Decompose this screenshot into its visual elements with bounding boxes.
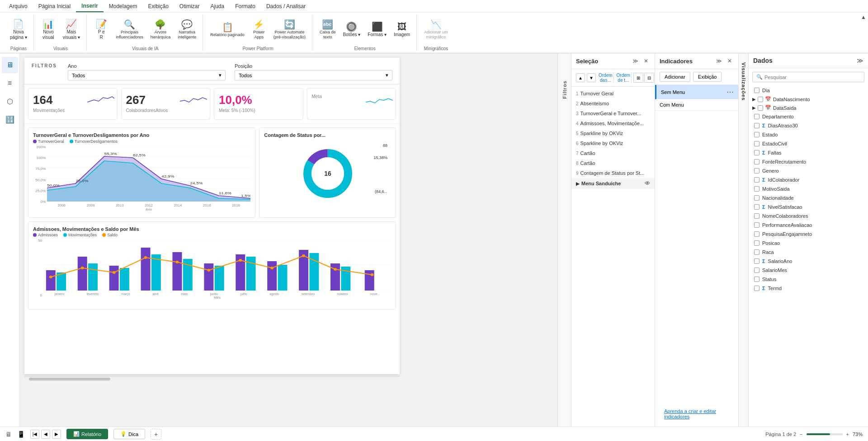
selection-item-9[interactable]: 9 Contagem de Status por St... <box>571 168 655 178</box>
dados-checkbox-dia[interactable] <box>754 88 760 93</box>
dados-item-nomecolaboradores[interactable]: NomeColaboradores <box>749 211 868 220</box>
indicadores-adicionar-btn[interactable]: Adicionar <box>660 72 690 82</box>
indicadores-learn-link[interactable]: Aprenda a criar e editar indicadores <box>660 405 734 423</box>
ribbon-btn-mais-visuais[interactable]: 📈 Maisvisuais ▾ <box>60 18 83 42</box>
dados-checkbox-raca[interactable] <box>754 249 760 255</box>
dados-checkbox-salariomes[interactable] <box>754 267 760 273</box>
dados-item-estado[interactable]: Estado <box>749 130 868 139</box>
status-monitor-icon[interactable]: 🖥 <box>5 431 12 438</box>
zoom-slider-track[interactable] <box>807 433 843 435</box>
selection-item-1[interactable]: 1 Turnover Geral <box>571 89 655 99</box>
dados-item-raca[interactable]: Raca <box>749 248 868 257</box>
dados-item-nacionalidade[interactable]: Nacionalidade <box>749 193 868 202</box>
dados-checkbox-estado[interactable] <box>754 132 760 137</box>
dados-item-faltas[interactable]: Σ Faltas <box>749 148 868 157</box>
menu-arquivo[interactable]: Arquivo <box>4 0 33 12</box>
dados-checkbox-nacionalidade[interactable] <box>754 195 760 201</box>
left-icon-model[interactable]: ⬡ <box>2 93 18 109</box>
menu-dados-analisar[interactable]: Dados / Analisar <box>261 0 311 12</box>
zoom-minus-btn[interactable]: − <box>800 432 802 437</box>
zoom-plus-btn[interactable]: + <box>846 432 849 437</box>
dados-checkbox-datasaida[interactable] <box>758 105 763 111</box>
dados-expand-btn[interactable]: ≫ <box>857 57 863 64</box>
dados-checkbox-nivelsatisfacao[interactable] <box>754 204 760 210</box>
dados-checkbox-nomecolaboradores[interactable] <box>754 213 760 219</box>
indicadores-item-sem-menu[interactable]: Sem Menu ⋯ <box>655 85 738 99</box>
filtros-side-label[interactable]: Filtros <box>562 80 567 99</box>
dados-search-box[interactable]: 🔍 <box>752 72 864 82</box>
left-icon-data[interactable]: ≡ <box>2 75 18 91</box>
dados-item-status[interactable]: Status <box>749 275 868 284</box>
selection-item-7[interactable]: 7 Cartão <box>571 148 655 158</box>
order-down-btn[interactable]: ▼ <box>587 73 596 82</box>
dados-item-salariomes[interactable]: SalarioMes <box>749 266 868 275</box>
order-das-tab[interactable]: Ordem das... <box>598 72 614 84</box>
menu-pagina-inicial[interactable]: Página Inicial <box>33 0 76 12</box>
dados-checkbox-fonterecrutamento[interactable] <box>754 159 760 164</box>
left-icon-dax[interactable]: 🔢 <box>2 111 18 127</box>
order-det-tab[interactable]: Ordem de t... <box>616 72 632 84</box>
dados-item-estadocivil[interactable]: EstadoCivil <box>749 139 868 148</box>
dados-item-idcolaborador[interactable]: Σ IdColaborador <box>749 175 868 184</box>
menu-otimizar[interactable]: Otimizar <box>174 0 205 12</box>
dados-checkbox-idcolaborador[interactable] <box>754 177 760 183</box>
selection-item-6[interactable]: 6 Sparkline by OKViz <box>571 138 655 148</box>
page-next-btn[interactable]: ▶ <box>52 430 61 439</box>
page-tab-relatorio[interactable]: 📊 Relatório <box>66 429 108 439</box>
dados-item-fonterecrutamento[interactable]: FonteRecrutamento <box>749 157 868 166</box>
dados-checkbox-pesquisaengajamneto[interactable] <box>754 231 760 237</box>
menu-modelagem[interactable]: Modelagem <box>104 0 143 12</box>
dados-checkbox-salarioano[interactable] <box>754 258 760 264</box>
page-first-btn[interactable]: |◀ <box>30 430 39 439</box>
selection-item-5[interactable]: 5 Sparkline by OKViz <box>571 128 655 138</box>
dados-item-nivelsatisfacao[interactable]: Σ NivelSatisfacao <box>749 202 868 211</box>
dados-checkbox-termd[interactable] <box>754 286 760 291</box>
menu-formato[interactable]: Formato <box>230 0 261 12</box>
dados-item-performanceavaliacao[interactable]: PerformanceAvaliacao <box>749 220 868 230</box>
dados-item-salarioano[interactable]: Σ SalarioAno <box>749 257 868 266</box>
order-up-btn[interactable]: ▲ <box>576 73 585 82</box>
canvas-hscrollbar[interactable] <box>24 376 400 381</box>
dados-checkbox-diasatraso30[interactable] <box>754 123 760 128</box>
ribbon-btn-narrativa[interactable]: 💬 Narrativainteligente <box>175 18 199 42</box>
status-tablet-icon[interactable]: 📱 <box>17 431 25 438</box>
order-icon-1[interactable]: ⊞ <box>633 73 643 83</box>
dados-item-motivosaida[interactable]: MotivoSaida <box>749 184 868 193</box>
ribbon-btn-power-automate[interactable]: 🔄 Power Automate(pré-visualização) <box>271 18 308 42</box>
ribbon-btn-relatorio[interactable]: 📋 Relatório paginado <box>208 21 247 39</box>
dados-group-datanascimento[interactable]: ▶ 📅 DataNascimento <box>749 95 868 103</box>
selection-item-8[interactable]: 8 Cartão <box>571 158 655 168</box>
dados-group-datasaida[interactable]: ▶ 📅 DataSaida <box>749 103 868 112</box>
ribbon-btn-novo-visual[interactable]: 📊 Novovisual <box>38 18 58 42</box>
dados-checkbox-datanascimento[interactable] <box>758 97 763 102</box>
posicao-select[interactable]: Todos ▾ <box>235 70 392 80</box>
indicadores-exibicao-btn[interactable]: Exibição <box>693 72 722 82</box>
ind-item-sem-menu-dots[interactable]: ⋯ <box>726 88 734 96</box>
dados-checkbox-estadocivil[interactable] <box>754 141 760 146</box>
dados-checkbox-genero[interactable] <box>754 168 760 174</box>
ribbon-collapse-btn[interactable]: ▲ <box>859 13 868 22</box>
visualizacoes-label[interactable]: Visualizações <box>741 62 746 101</box>
dados-item-pesquisaengajamneto[interactable]: PesquisaEngajamneto <box>749 230 868 239</box>
selection-item-4[interactable]: 4 Admissoes, Movimentaçõe... <box>571 118 655 128</box>
indicadores-close-btn[interactable]: ✕ <box>726 57 734 65</box>
dados-item-diasatraso30[interactable]: Σ DiasAtraso30 <box>749 121 868 130</box>
dados-item-posicao[interactable]: Posicao <box>749 239 868 248</box>
menu-ajuda[interactable]: Ajuda <box>205 0 230 12</box>
menu-inserir[interactable]: Inserir <box>76 0 104 12</box>
dados-item-termd[interactable]: Σ Termd <box>749 284 868 293</box>
page-prev-btn[interactable]: ◀ <box>41 430 50 439</box>
dados-checkbox-performanceavaliacao[interactable] <box>754 222 760 228</box>
dados-item-genero[interactable]: Genero <box>749 166 868 175</box>
selection-group-menu[interactable]: ▶ Menu Sanduiche 👁 <box>571 178 655 189</box>
dados-checkbox-motivosaida[interactable] <box>754 186 760 192</box>
ribbon-btn-principais[interactable]: 🔍 Principaisinfluenciadores <box>113 18 146 42</box>
page-add-btn[interactable]: + <box>151 429 161 440</box>
ribbon-btn-pe-r[interactable]: 📝 P eR <box>91 18 111 42</box>
dados-checkbox-posicao[interactable] <box>754 240 760 246</box>
ano-select[interactable]: Todos ▾ <box>68 70 226 80</box>
left-icon-report[interactable]: 🖥 <box>2 57 18 73</box>
indicadores-item-com-menu[interactable]: Com Menu <box>655 99 738 111</box>
selection-close-btn[interactable]: ✕ <box>642 57 650 65</box>
selection-item-2[interactable]: 2 Absenteismo <box>571 99 655 108</box>
